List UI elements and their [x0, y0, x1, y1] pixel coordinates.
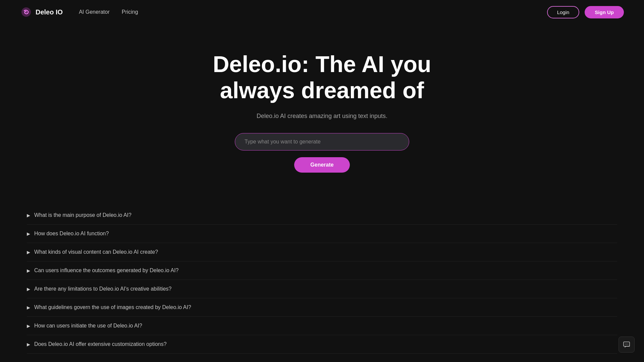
faq-arrow-1: ▶	[27, 231, 30, 236]
logo-icon	[20, 6, 32, 18]
faq-question-1: How does Deleo.io AI function?	[34, 231, 109, 237]
hero-section: Deleo.io: The AI you always dreamed of D…	[0, 24, 644, 193]
faq-question-4: Are there any limitations to Deleo.io AI…	[34, 286, 171, 292]
faq-question-6: How can users initiate the use of Deleo.…	[34, 323, 142, 329]
nav-left: Deleo IO AI Generator Pricing	[20, 6, 138, 18]
nav-item-pricing[interactable]: Pricing	[122, 9, 138, 15]
login-button[interactable]: Login	[547, 6, 580, 18]
chat-icon	[623, 341, 631, 349]
faq-section: ▶ What is the main purpose of Deleo.io A…	[0, 193, 644, 362]
signup-button[interactable]: Sign Up	[585, 6, 624, 18]
generate-button[interactable]: Generate	[294, 157, 350, 173]
navbar: Deleo IO AI Generator Pricing Login Sign…	[0, 0, 644, 24]
nav-link-pricing[interactable]: Pricing	[122, 9, 138, 15]
hero-subtitle: Deleo.io AI creates amazing art using te…	[257, 113, 387, 120]
faq-arrow-4: ▶	[27, 287, 30, 292]
faq-item-3[interactable]: ▶ Can users influence the outcomes gener…	[27, 261, 617, 280]
faq-question-7: Does Deleo.io AI offer extensive customi…	[34, 341, 167, 347]
nav-link-ai-generator[interactable]: AI Generator	[79, 9, 110, 15]
logo-link[interactable]: Deleo IO	[20, 6, 63, 18]
faq-arrow-7: ▶	[27, 342, 30, 347]
faq-item-7[interactable]: ▶ Does Deleo.io AI offer extensive custo…	[27, 335, 617, 354]
faq-question-0: What is the main purpose of Deleo.io AI?	[34, 212, 131, 218]
nav-right: Login Sign Up	[547, 6, 624, 18]
hero-title-line2: always dreamed of	[220, 77, 424, 103]
faq-arrow-6: ▶	[27, 323, 30, 328]
faq-question-5: What guidelines govern the use of images…	[34, 304, 191, 310]
faq-arrow-5: ▶	[27, 305, 30, 310]
faq-item-6[interactable]: ▶ How can users initiate the use of Dele…	[27, 317, 617, 335]
faq-question-3: Can users influence the outcomes generat…	[34, 267, 179, 274]
hero-title-line1: Deleo.io: The AI you	[213, 51, 431, 77]
nav-item-ai-generator[interactable]: AI Generator	[79, 9, 110, 15]
faq-item-1[interactable]: ▶ How does Deleo.io AI function?	[27, 225, 617, 243]
logo-text: Deleo IO	[36, 8, 63, 16]
faq-item-2[interactable]: ▶ What kinds of visual content can Deleo…	[27, 243, 617, 261]
faq-item-5[interactable]: ▶ What guidelines govern the use of imag…	[27, 298, 617, 317]
generate-input-wrapper	[235, 133, 409, 150]
chat-widget[interactable]	[619, 337, 635, 353]
hero-title: Deleo.io: The AI you always dreamed of	[213, 51, 431, 103]
svg-point-1	[625, 344, 626, 345]
nav-links: AI Generator Pricing	[79, 9, 138, 15]
faq-arrow-2: ▶	[27, 250, 30, 255]
svg-point-3	[628, 344, 628, 345]
faq-question-2: What kinds of visual content can Deleo.i…	[34, 249, 158, 255]
faq-arrow-0: ▶	[27, 213, 30, 218]
generate-input[interactable]	[245, 139, 399, 145]
faq-arrow-3: ▶	[27, 268, 30, 273]
svg-point-2	[626, 344, 627, 345]
faq-item-0[interactable]: ▶ What is the main purpose of Deleo.io A…	[27, 206, 617, 225]
faq-item-4[interactable]: ▶ Are there any limitations to Deleo.io …	[27, 280, 617, 298]
